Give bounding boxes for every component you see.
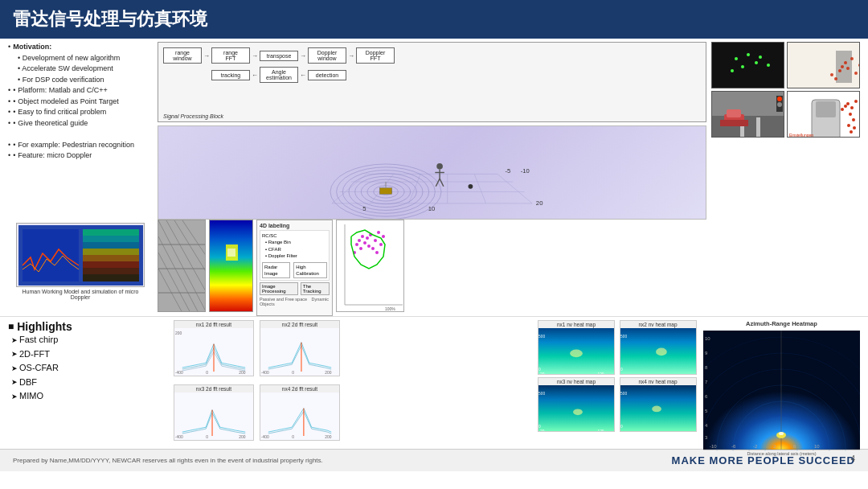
transpose-box: transpose (260, 51, 298, 61)
svg-text:500: 500 (620, 335, 627, 339)
svg-text:-400: -400 (175, 435, 183, 439)
svg-point-35 (755, 61, 758, 64)
heat-svg-2: 500 0 (620, 328, 696, 375)
mid-right (711, 220, 860, 316)
svg-text:200: 200 (325, 371, 331, 375)
label-image-processing: Image Processing (260, 282, 298, 295)
svg-point-147 (656, 348, 667, 356)
fft-grid: nx1 2d fft result -400 (174, 320, 342, 446)
svg-point-112 (371, 247, 375, 250)
mid-center: 4D labeling RC/SC • Range Bin • CFAR • D… (158, 220, 706, 316)
tracking-svg: 100% (337, 220, 404, 312)
fft-title-2: nx2 2d fft result (260, 321, 339, 328)
critical-item: • Easy to find critical problem (8, 107, 153, 118)
svg-point-107 (363, 241, 366, 244)
svg-point-33 (735, 57, 738, 60)
heat-title-4: nx4 nv heat map (620, 378, 696, 385)
fft-title-4: nx4 2d fft result (260, 385, 339, 392)
heat-map-4: nx4 nv heat map 500 0 (620, 377, 697, 432)
footer-copyright: Prepared by Name,MM/DD/YYYY, NEWCAR rese… (13, 457, 323, 464)
svg-text:0: 0 (292, 435, 294, 439)
svg-point-47 (830, 73, 833, 76)
svg-point-49 (854, 72, 858, 75)
svg-point-110 (367, 244, 371, 248)
tracking-box: tracking (211, 70, 250, 80)
svg-line-28 (440, 179, 444, 187)
motivation-item-2: • Accelerate SW development (18, 64, 153, 75)
arrow-5: ← (252, 72, 258, 79)
arrow-2: → (252, 52, 258, 60)
svg-point-104 (358, 239, 361, 242)
svg-text:500: 500 (620, 392, 627, 396)
fft-plot-1: -400 200 200 0 (174, 328, 253, 376)
doppler-window-box: Dopplerwindow (308, 47, 346, 64)
svg-point-68 (847, 124, 850, 127)
svg-text:-2: -2 (753, 444, 758, 449)
svg-point-34 (747, 53, 750, 56)
svg-point-42 (841, 65, 844, 68)
fence-image (158, 220, 206, 312)
arrow-6: ← (300, 72, 306, 79)
range-window-box: rangewindow (163, 47, 202, 64)
mini-image-caption: Human Working Model and simulation of mi… (16, 289, 145, 300)
label-rcsc: RC/SC (262, 232, 327, 239)
diagram-row-2: tracking ← Angleestimation ← detection (211, 67, 701, 83)
label-cfar: • CFAR (265, 246, 327, 253)
svg-rect-54 (756, 117, 760, 137)
highlight-fast-chirp: Fast chirp (8, 333, 169, 347)
4d-labeling-box: 4D labeling RC/SC • Range Bin • CFAR • D… (256, 220, 333, 316)
azimuth-svg: 10 9 8 7 6 5 4 3 -10 -6 -2 2 6 10 (703, 329, 860, 451)
svg-text:120: 120 (597, 372, 604, 375)
fft-charts-section: nx1 2d fft result -400 (174, 320, 533, 446)
azimuth-plot-wrapper: 10 9 8 7 6 5 4 3 -10 -6 -2 2 6 10 (703, 329, 860, 451)
heat-title-3: nx3 nv heat map (538, 378, 614, 385)
svg-rect-78 (83, 229, 139, 236)
heat-map-2: nx2 nv heat map 500 0 (620, 320, 697, 375)
svg-rect-99 (227, 249, 235, 257)
svg-point-105 (361, 235, 364, 238)
fft-chart-2: nx2 2d fft result -400 200 0 (260, 320, 340, 376)
svg-point-116 (379, 243, 383, 246)
motivation-sub: • Development of new algorithm • Acceler… (8, 53, 153, 86)
svg-point-31 (469, 184, 473, 189)
arrow-3: → (300, 52, 306, 60)
svg-rect-32 (712, 43, 784, 88)
mid-section: Human Working Model and simulation of mi… (0, 220, 868, 316)
svg-line-27 (436, 179, 440, 187)
svg-rect-81 (83, 249, 139, 255)
signal-diagram: rangewindow → rangeFFT → transpose → Dop… (158, 42, 706, 122)
label-footnote: Passive and Free space Dynamic Objects (260, 297, 330, 306)
heat-plot-3: 500 0 20 120 (538, 385, 614, 432)
highlights-title: Highlights (8, 320, 169, 333)
motivation-label: Motivation: (8, 42, 153, 53)
fft-chart-3: nx3 2d fft result -400 200 0 (174, 384, 254, 441)
svg-point-38 (767, 64, 770, 67)
tracking-scatter: 100% (336, 220, 404, 312)
svg-rect-56 (727, 109, 741, 117)
fft-chart-1: nx1 2d fft result -400 (174, 320, 254, 376)
platform-item: • Platform: Matlab and C/C++ (8, 85, 153, 97)
svg-point-45 (846, 67, 850, 70)
svg-text:100%: 100% (385, 306, 395, 311)
svg-point-36 (741, 65, 744, 68)
heat-title-1: nx1 nv heat map (538, 321, 614, 328)
heat-svg-4: 500 0 (620, 385, 696, 432)
svg-rect-76 (23, 229, 79, 281)
motivation-section: Motivation: • Development of new algorit… (8, 42, 153, 162)
azimuth-title: Azimuth-Range Heatmap (703, 320, 860, 327)
svg-point-37 (759, 55, 762, 59)
svg-line-9 (497, 174, 532, 203)
fft-svg-4: -400 200 0 (260, 392, 339, 440)
svg-point-64 (846, 102, 850, 105)
top-right-images: Einstellungen (711, 42, 860, 220)
svg-text:5: 5 (362, 205, 366, 212)
svg-point-71 (853, 126, 856, 129)
fft-title-3: nx3 2d fft result (174, 385, 253, 392)
arrow-4: → (348, 52, 354, 60)
label-range-bin: • Range Bin (265, 239, 327, 245)
svg-rect-79 (83, 236, 139, 242)
svg-point-65 (850, 106, 854, 109)
label-bottom-row: Image Processing The Tracking (260, 282, 330, 295)
page-title: 雷达信号处理与仿真环境 (13, 7, 207, 31)
svg-text:-6: -6 (731, 444, 736, 449)
